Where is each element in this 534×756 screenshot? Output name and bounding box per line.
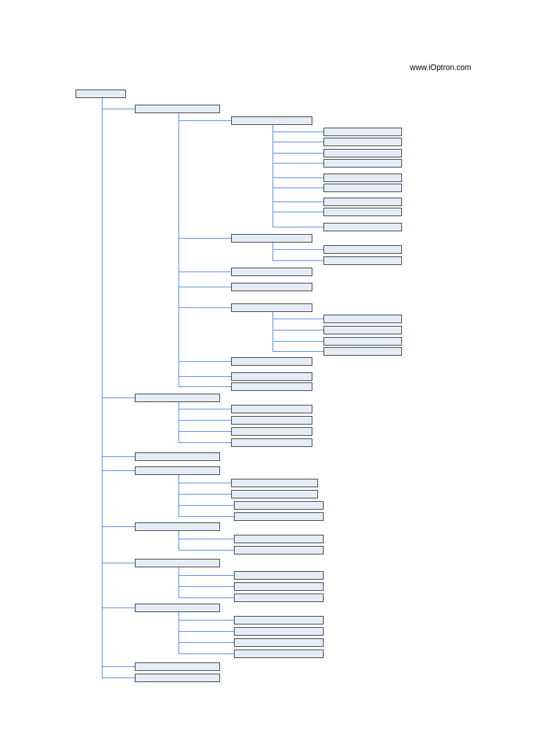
tree-node [135, 466, 220, 475]
connector [179, 531, 179, 550]
tree-node [234, 571, 324, 580]
connector [179, 409, 231, 409]
tree-node [324, 223, 402, 231]
tree-node [324, 198, 402, 206]
connector [273, 142, 324, 142]
tree-node [76, 90, 126, 98]
connector [273, 312, 273, 351]
tree-node [234, 546, 324, 554]
connector [179, 631, 234, 632]
connector [273, 178, 324, 178]
connector [179, 575, 234, 576]
tree-node [234, 616, 324, 624]
connector [102, 456, 135, 457]
tree-node [135, 452, 220, 461]
connector [102, 398, 135, 398]
connector [273, 227, 324, 227]
tree-node [231, 372, 312, 381]
tree-node [234, 512, 324, 521]
connector [179, 567, 179, 598]
connector [179, 598, 234, 598]
tree-node [231, 416, 312, 424]
connector [273, 260, 324, 261]
tree-node [231, 357, 312, 366]
tree-node [135, 522, 220, 531]
connector [273, 242, 273, 260]
connector [179, 516, 234, 517]
tree-node [324, 149, 402, 157]
tree-node [234, 627, 324, 636]
connector [273, 188, 324, 188]
connector [273, 351, 324, 352]
connector [179, 287, 231, 287]
connector [102, 608, 135, 608]
tree-node [231, 490, 318, 498]
tree-node [234, 594, 324, 602]
connector [179, 505, 234, 506]
connector [179, 612, 179, 654]
tree-node [231, 304, 312, 312]
tree-node [231, 479, 318, 487]
connector [102, 109, 135, 109]
connector [179, 402, 179, 442]
connector [102, 470, 135, 471]
tree-node [135, 559, 220, 567]
tree-node [135, 394, 220, 402]
tree-node [324, 347, 402, 356]
tree-node [324, 337, 402, 346]
tree-node [324, 208, 402, 216]
connector [179, 376, 231, 377]
diagram-canvas [76, 90, 467, 678]
connector [179, 483, 231, 483]
connector [273, 132, 324, 132]
tree-node [231, 427, 312, 436]
tree-node [324, 315, 402, 323]
connector [179, 475, 179, 516]
connector [273, 330, 324, 330]
connector [179, 113, 179, 386]
header-url: www.iOptron.com [410, 63, 471, 72]
tree-node [324, 256, 402, 265]
connector [273, 212, 324, 212]
connector [179, 494, 231, 494]
connector [273, 163, 324, 164]
connector [179, 238, 231, 239]
connector [273, 202, 324, 202]
tree-node [234, 501, 324, 510]
connector [102, 563, 135, 563]
connector [273, 249, 324, 250]
tree-node [324, 245, 402, 254]
connector [102, 98, 102, 678]
connector [273, 341, 324, 342]
tree-node [231, 438, 312, 447]
tree-node [231, 405, 312, 413]
tree-node [231, 382, 312, 391]
tree-node [324, 326, 402, 334]
tree-node [324, 174, 402, 182]
tree-node [324, 128, 402, 136]
tree-node [135, 662, 220, 671]
connector [179, 272, 231, 272]
tree-node [135, 604, 220, 612]
connector [179, 586, 234, 587]
connector [273, 153, 324, 153]
connector [179, 120, 231, 121]
tree-node [234, 582, 324, 591]
connector [179, 431, 231, 432]
tree-node [324, 159, 402, 167]
tree-node [324, 138, 402, 146]
connector [102, 678, 135, 678]
connector [179, 420, 231, 421]
connector [102, 526, 135, 527]
connector [179, 550, 234, 550]
tree-node [324, 184, 402, 192]
connector [179, 620, 234, 620]
connector [179, 361, 231, 362]
tree-node [135, 674, 220, 682]
tree-node [135, 105, 220, 113]
connector [179, 307, 231, 308]
tree-node [231, 116, 312, 125]
connector [179, 654, 234, 654]
tree-node [231, 268, 312, 276]
connector [273, 319, 324, 319]
